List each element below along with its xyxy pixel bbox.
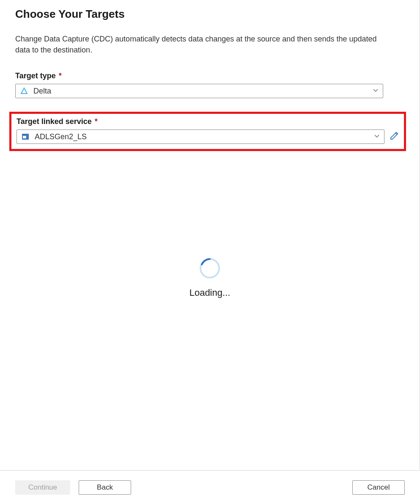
loading-text: Loading... <box>189 287 231 298</box>
delta-icon <box>20 87 28 95</box>
storage-icon <box>21 132 30 141</box>
svg-rect-1 <box>23 136 26 138</box>
linked-service-field: Target linked service * ADLSGen2_LS <box>16 117 399 144</box>
target-type-field: Target type * Delta <box>15 72 404 98</box>
linked-service-dropdown[interactable]: ADLSGen2_LS <box>16 129 384 144</box>
linked-service-label: Target linked service * <box>16 117 399 126</box>
chevron-down-icon <box>374 133 380 140</box>
main-panel: Choose Your Targets Change Data Capture … <box>0 0 420 470</box>
pencil-icon <box>390 131 399 142</box>
linked-service-highlight: Target linked service * ADLSGen2_LS <box>9 112 406 151</box>
target-type-value: Delta <box>33 87 373 96</box>
target-type-label-text: Target type <box>15 72 56 80</box>
back-button[interactable]: Back <box>79 480 131 495</box>
footer: Continue Back Cancel <box>0 470 420 504</box>
target-type-label: Target type * <box>15 72 404 80</box>
cancel-button[interactable]: Cancel <box>352 480 405 495</box>
page-description: Change Data Capture (CDC) automatically … <box>15 33 387 55</box>
target-type-dropdown[interactable]: Delta <box>15 84 383 98</box>
edit-linked-service-button[interactable] <box>390 129 399 144</box>
loading-spinner-icon <box>198 257 221 280</box>
continue-button: Continue <box>15 480 70 495</box>
loading-area: Loading... <box>15 257 404 298</box>
page-title: Choose Your Targets <box>15 8 404 21</box>
required-marker: * <box>95 117 98 126</box>
chevron-down-icon <box>373 87 379 95</box>
linked-service-value: ADLSGen2_LS <box>35 132 374 141</box>
required-marker: * <box>59 72 62 80</box>
linked-service-label-text: Target linked service <box>16 117 92 126</box>
